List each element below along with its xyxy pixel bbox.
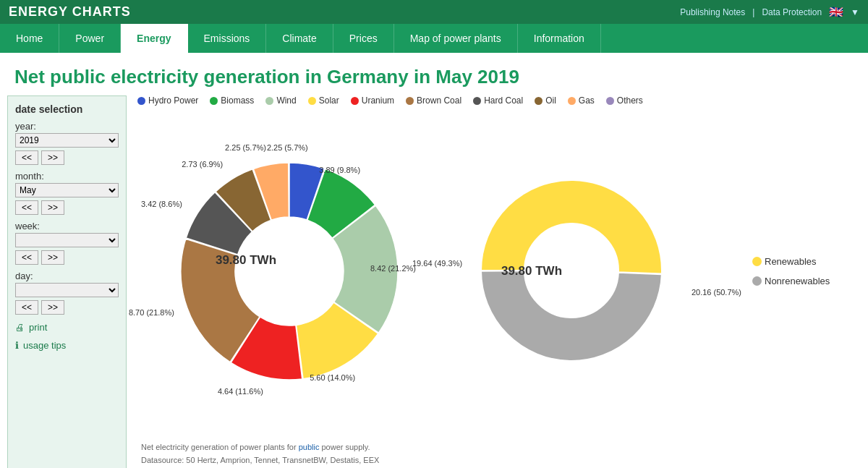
nav-item-map-of-power-plants[interactable]: Map of power plants <box>394 24 518 53</box>
day-label: day: <box>15 271 119 281</box>
legend-item-gas: Gas <box>568 95 595 106</box>
week-label: week: <box>15 221 119 231</box>
sidebar: date selection year: 2019 2018 2017 2016… <box>7 95 127 468</box>
nav-item-climate[interactable]: Climate <box>266 24 333 53</box>
year-label: year: <box>15 121 119 132</box>
legend-item-brown-coal: Brown Coal <box>406 95 461 106</box>
legend-item-hard-coal: Hard Coal <box>473 95 523 106</box>
legend-item-uranium: Uranium <box>351 95 394 106</box>
legend-dot <box>406 97 414 105</box>
donut1-label-uranium: 4.64 (11.6%) <box>218 387 263 396</box>
legend-dot <box>606 97 614 105</box>
print-action[interactable]: 🖨 print <box>15 322 119 333</box>
month-next-button[interactable]: >> <box>41 200 64 215</box>
donut2-slice-renewables <box>481 180 662 273</box>
donut1-label-oil: 2.73 (6.9%) <box>182 160 223 169</box>
legend-label: Oil <box>545 95 556 106</box>
donut2-legend-nonrenewables: Nonrenewables <box>752 276 830 286</box>
highlight-public: public <box>299 443 320 451</box>
month-label: month: <box>15 171 119 182</box>
donut1-container: 39.80 TWh 2.25 (5.7%)3.89 (9.8%)8.42 (21… <box>137 116 441 427</box>
legend-label: Uranium <box>362 95 394 106</box>
print-label: print <box>29 322 47 333</box>
legend-item-others: Others <box>606 95 643 106</box>
main-nav: HomePowerEnergyEmissionsClimatePricesMap… <box>0 24 868 53</box>
charts-row: 39.80 TWh 2.25 (5.7%)3.89 (9.8%)8.42 (21… <box>137 116 861 427</box>
chart-area: Hydro PowerBiomassWindSolarUraniumBrown … <box>137 95 861 468</box>
legend-label: Solar <box>319 95 339 106</box>
tips-icon: ℹ <box>15 340 19 351</box>
footer-line2: Datasource: 50 Hertz, Amprion, Tennet, T… <box>141 454 861 467</box>
page-title: Net public electricity generation in Ger… <box>0 53 868 95</box>
donut2-slice-nonrenewables <box>481 271 662 361</box>
nav-item-home[interactable]: Home <box>0 24 59 53</box>
month-select[interactable]: May JanuaryFebruaryMarch AprilJuneJuly A… <box>15 183 119 197</box>
top-bar: ENERGY CHARTS Publishing Notes | Data Pr… <box>0 0 868 24</box>
week-next-button[interactable]: >> <box>41 250 64 265</box>
legend-dot <box>568 97 576 105</box>
data-protection-link[interactable]: Data Protection <box>762 7 822 17</box>
nav-item-power[interactable]: Power <box>59 24 121 53</box>
main-layout: date selection year: 2019 2018 2017 2016… <box>0 95 868 468</box>
month-prev-button[interactable]: << <box>15 200 38 215</box>
flag-icon[interactable]: 🇬🇧 <box>829 5 843 19</box>
top-links: Publishing Notes | Data Protection 🇬🇧 ▼ <box>680 5 859 19</box>
legend-dot <box>265 97 273 105</box>
donut2-total-label: 39.80 TWh <box>492 264 571 278</box>
donut1-label-hydro-power: 2.25 (5.7%) <box>267 143 308 152</box>
donut1-label-solar: 5.60 (14.0%) <box>310 373 355 382</box>
tips-action[interactable]: ℹ usage tips <box>15 340 119 351</box>
day-prev-button[interactable]: << <box>15 300 38 315</box>
day-next-button[interactable]: >> <box>41 300 64 315</box>
legend-dot <box>137 97 145 105</box>
legend-label: Biomass <box>221 95 254 106</box>
flag-dropdown-icon[interactable]: ▼ <box>851 7 859 17</box>
publishing-notes-link[interactable]: Publishing Notes <box>680 7 745 17</box>
legend-label: Hydro Power <box>148 95 198 106</box>
footer-line1: Net electricity generation of power plan… <box>141 441 861 454</box>
donut1-label-hard-coal: 3.42 (8.6%) <box>141 200 182 208</box>
legend-dot <box>351 97 359 105</box>
nav-item-information[interactable]: Information <box>518 24 601 53</box>
donut2-legend-renewables: Renewables <box>752 256 830 267</box>
week-select[interactable] <box>15 233 119 247</box>
legend-item-oil: Oil <box>535 95 556 106</box>
print-icon: 🖨 <box>15 322 25 333</box>
nav-item-energy[interactable]: Energy <box>121 24 187 53</box>
week-prev-button[interactable]: << <box>15 250 38 265</box>
donut2-nonrenewables-label: 19.64 (49.3%) <box>412 259 462 268</box>
year-next-button[interactable]: >> <box>41 150 64 165</box>
legend-label: Wind <box>276 95 296 106</box>
tips-label: usage tips <box>23 340 66 351</box>
donut2-area: 39.80 TWh 19.64 (49.3%) 20.16 (50.7%) Re… <box>470 169 830 374</box>
donut2-legend: RenewablesNonrenewables <box>752 256 830 286</box>
legend-label: Brown Coal <box>417 95 461 106</box>
legend-dot <box>210 97 218 105</box>
day-select[interactable] <box>15 283 119 297</box>
footer-note: Net electricity generation of power plan… <box>137 441 861 468</box>
nav-item-prices[interactable]: Prices <box>333 24 394 53</box>
legend-label: Hard Coal <box>484 95 523 106</box>
legend-dot <box>535 97 542 105</box>
donut2-renewables-label: 20.16 (50.7%) <box>692 288 741 297</box>
legend-item-solar: Solar <box>308 95 339 106</box>
donut1-label-biomass: 3.89 (9.8%) <box>319 166 360 174</box>
donut1-label-wind: 8.42 (21.2%) <box>370 264 416 273</box>
chart-legend: Hydro PowerBiomassWindSolarUraniumBrown … <box>137 95 861 106</box>
legend-item-biomass: Biomass <box>210 95 254 106</box>
site-title: ENERGY CHARTS <box>9 4 131 20</box>
legend-dot <box>308 97 316 105</box>
year-prev-button[interactable]: << <box>15 150 38 165</box>
legend-label: Gas <box>579 95 595 106</box>
nav-item-emissions[interactable]: Emissions <box>188 24 267 53</box>
legend-dot <box>473 97 481 105</box>
legend-item-hydro-power: Hydro Power <box>137 95 198 106</box>
donut1-label-brown-coal: 8.70 (21.8%) <box>129 308 174 317</box>
legend-item-wind: Wind <box>265 95 296 106</box>
year-select[interactable]: 2019 2018 2017 2016 2015 <box>15 133 119 148</box>
legend-label: Others <box>617 95 643 106</box>
sidebar-heading: date selection <box>15 103 119 115</box>
donut1-label-gas: 2.25 (5.7%) <box>225 143 266 152</box>
